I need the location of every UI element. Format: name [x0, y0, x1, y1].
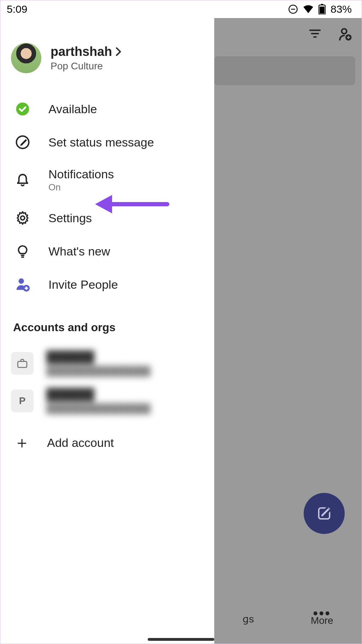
do-not-disturb-icon — [288, 4, 298, 14]
background-area: ɡs ••• More — [214, 18, 362, 644]
nav-item-label: ɡs — [243, 614, 254, 625]
profile-row[interactable]: parthshah Pop Culture — [11, 43, 204, 73]
background-search-bar — [214, 56, 355, 85]
clock-text: 5:09 — [7, 3, 27, 15]
lightbulb-icon — [16, 244, 30, 258]
svg-point-18 — [19, 278, 24, 284]
menu: Available Set status message Notificatio… — [11, 92, 204, 301]
plus-icon: ＋ — [14, 432, 30, 454]
menu-label: Settings — [48, 211, 92, 225]
account-initial-badge: P — [11, 390, 34, 412]
chevron-right-icon — [116, 47, 121, 56]
add-account-button[interactable]: ＋ Add account — [11, 420, 204, 454]
menu-item-available[interactable]: Available — [11, 92, 204, 126]
compose-icon — [316, 505, 332, 522]
add-contact-icon[interactable] — [338, 27, 353, 42]
accounts-section-header: Accounts and orgs — [13, 321, 204, 334]
battery-percent-text: 83% — [331, 3, 352, 15]
svg-rect-22 — [18, 361, 27, 367]
navigation-drawer: parthshah Pop Culture Available Set stat… — [0, 18, 214, 644]
svg-rect-4 — [320, 7, 325, 14]
menu-item-whats-new[interactable]: What's new — [11, 235, 204, 268]
menu-item-invite-people[interactable]: Invite People — [11, 268, 204, 301]
nav-item-more[interactable]: ••• More — [311, 611, 333, 626]
menu-label: Invite People — [48, 278, 118, 292]
status-bar: 5:09 83% — [0, 0, 362, 18]
screen: 5:09 83% ɡs ••• More — [0, 0, 362, 644]
edit-status-icon — [15, 135, 30, 150]
home-indicator[interactable] — [148, 638, 214, 641]
more-icon: ••• — [311, 611, 333, 615]
add-account-label: Add account — [47, 436, 114, 450]
background-top-icons — [308, 27, 353, 42]
svg-point-15 — [21, 216, 24, 220]
svg-point-13 — [16, 103, 29, 116]
avatar — [11, 43, 41, 73]
profile-subtitle: Pop Culture — [51, 61, 121, 72]
menu-item-settings[interactable]: Settings — [11, 201, 204, 235]
bell-icon — [15, 173, 30, 188]
menu-item-notifications[interactable]: Notifications On — [11, 159, 204, 201]
available-status-icon — [16, 102, 30, 116]
account-row[interactable]: P ██████ ████████████████ — [11, 382, 204, 420]
menu-label: What's new — [48, 245, 110, 258]
menu-sublabel: On — [48, 182, 114, 193]
compose-fab[interactable] — [304, 493, 345, 534]
background-bottom-nav: ɡs ••• More — [214, 594, 362, 644]
wifi-icon — [303, 4, 314, 15]
account-row[interactable]: ██████ ████████████████ — [11, 345, 204, 382]
invite-people-icon — [14, 276, 31, 293]
nav-item-partial[interactable]: ɡs — [243, 613, 254, 625]
briefcase-icon — [11, 352, 34, 375]
menu-label: Notifications — [48, 167, 114, 181]
profile-name-text: parthshah — [51, 44, 112, 59]
status-right: 83% — [288, 3, 352, 15]
menu-item-set-status[interactable]: Set status message — [11, 126, 204, 159]
menu-label: Available — [48, 102, 97, 116]
menu-label: Set status message — [48, 136, 154, 149]
account-blurred-text: ██████ ████████████████ — [46, 388, 151, 414]
nav-item-label: More — [311, 615, 333, 626]
filter-icon[interactable] — [308, 27, 322, 40]
battery-icon — [319, 4, 326, 15]
gear-icon — [15, 211, 30, 225]
svg-point-8 — [342, 29, 347, 34]
account-blurred-text: ██████ ████████████████ — [46, 350, 151, 376]
